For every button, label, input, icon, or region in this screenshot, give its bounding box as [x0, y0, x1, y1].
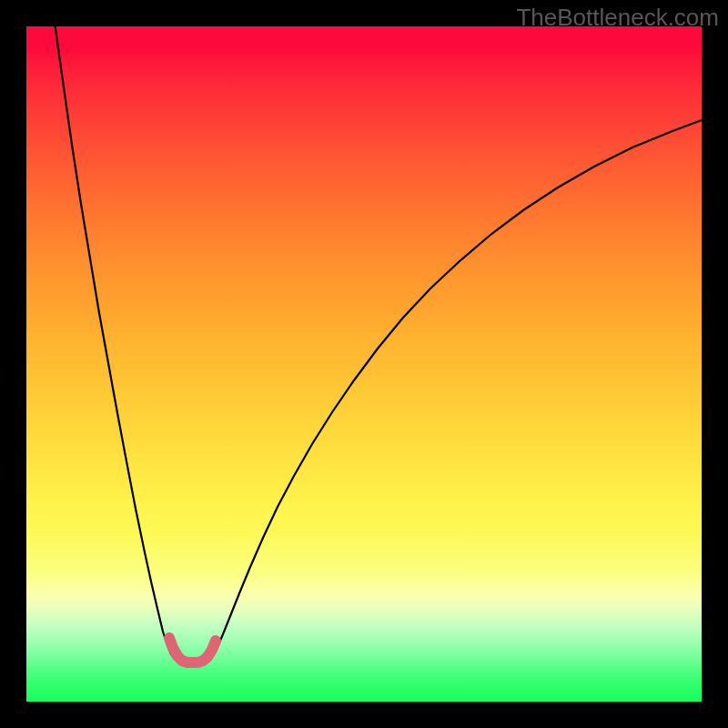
series-valley-marker	[169, 638, 216, 662]
chart-plot-area	[26, 26, 702, 702]
chart-svg	[26, 26, 702, 702]
watermark-text: TheBottleneck.com	[516, 4, 719, 32]
series-curve	[53, 8, 702, 663]
chart-frame: TheBottleneck.com	[0, 0, 728, 728]
